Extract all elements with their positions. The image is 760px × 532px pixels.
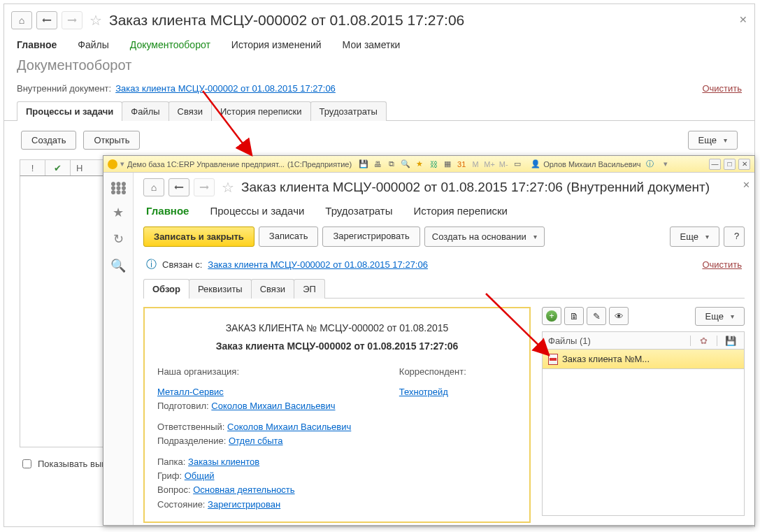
cal-icon[interactable]: 31 (455, 159, 468, 170)
back-button[interactable]: 🠔 (36, 11, 57, 29)
forward-button[interactable]: 🠖 (62, 11, 83, 29)
corr-label: Корреспондент: (399, 365, 517, 379)
register-button[interactable]: Зарегистрировать (322, 227, 420, 247)
app-logo-icon (108, 159, 117, 169)
left-strip: ●●●●●●●●● ★ ↻ 🔍 (103, 173, 134, 525)
vopros-link[interactable]: Основная деятельность (193, 484, 294, 495)
folder-link[interactable]: Заказы клиентов (188, 456, 259, 467)
info-icon[interactable]: ⓘ (644, 159, 657, 170)
show-done-checkbox[interactable] (22, 459, 31, 468)
create-on-button[interactable]: Создать на основании (424, 227, 545, 247)
save-close-button[interactable]: Записать и закрыть (143, 227, 254, 247)
panel-icon[interactable]: ▭ (511, 159, 524, 170)
files-column-header[interactable]: Файлы (1) (543, 336, 691, 346)
corr-link[interactable]: Технотрейд (399, 387, 448, 397)
maximize-button[interactable]: □ (724, 159, 736, 170)
add-file-button[interactable]: + (542, 307, 561, 325)
files-empty-area[interactable] (542, 369, 745, 516)
subtab-processes[interactable]: Процессы и задачи (17, 101, 122, 121)
tab-files[interactable]: Файлы (78, 39, 108, 50)
close-button[interactable]: ✕ (738, 159, 750, 170)
file-row[interactable]: Заказ клиента №М... (542, 350, 745, 369)
titlebar-user: Орлов Михаил Васильевич (543, 160, 640, 168)
subtab-labor[interactable]: Трудозатраты (310, 101, 387, 121)
calc-icon[interactable]: ▦ (441, 159, 454, 170)
internal-doc-link[interactable]: Заказ клиента МСЦУ-000002 от 01.08.2015 … (115, 83, 336, 94)
m-icon[interactable]: M (469, 159, 482, 170)
grif-link[interactable]: Общий (185, 470, 215, 481)
star-icon[interactable]: ★ (413, 159, 426, 170)
print-icon[interactable]: 🖶 (371, 159, 384, 170)
files-more-button[interactable]: Еще (695, 307, 745, 326)
tab3-ep[interactable]: ЭП (294, 279, 325, 299)
compare-icon[interactable]: ⧉ (385, 159, 398, 170)
close-icon[interactable]: ✕ (739, 14, 747, 25)
inner-back-button[interactable]: 🠔 (169, 178, 189, 196)
favorite-star-icon[interactable]: ☆ (89, 12, 102, 29)
inner-tab-processes[interactable]: Процессы и задачи (210, 205, 304, 217)
subtab-files[interactable]: Файлы (122, 101, 169, 121)
dropdown-icon[interactable]: ▾ (120, 159, 124, 168)
pdf-icon (548, 354, 558, 365)
grif-label: Гриф: (157, 470, 182, 481)
vopros-label: Вопрос: (157, 484, 191, 495)
open-button[interactable]: Открыть (83, 131, 140, 150)
new-file-button[interactable]: 🗎 (564, 307, 584, 325)
state-link[interactable]: Зарегистрирован (208, 499, 280, 510)
link-icon[interactable]: ⛓ (427, 159, 440, 170)
save-icon[interactable]: 💾 (357, 159, 370, 170)
dept-link[interactable]: Отдел сбыта (229, 436, 283, 446)
prepared-link[interactable]: Соколов Михаил Васильевич (211, 401, 335, 411)
create-button[interactable]: Создать (21, 131, 76, 150)
tab-history[interactable]: История изменений (231, 39, 322, 50)
files-col3-icon[interactable]: 💾 (717, 336, 744, 346)
file-name: Заказ клиента №М... (562, 354, 650, 364)
document-overview: ЗАКАЗ КЛИЕНТА № МСЦУ-000002 от 01.08.201… (143, 307, 531, 523)
tab-docflow[interactable]: Документооборот (130, 39, 210, 50)
view-file-button[interactable]: 👁 (609, 307, 629, 325)
info2-icon: ⓘ (146, 258, 157, 271)
titlebar-app: Демо база 1С:ERP Управление предприят... (127, 160, 285, 168)
titlebar[interactable]: ▾ Демо база 1С:ERP Управление предприят.… (103, 156, 754, 173)
inner-tab-main[interactable]: Главное (146, 205, 189, 217)
mplus-icon[interactable]: M+ (483, 159, 496, 170)
tab3-details[interactable]: Реквизиты (189, 279, 252, 299)
linked-label: Связан с: (162, 259, 202, 270)
subtab-links[interactable]: Связи (169, 101, 212, 121)
inner-tab-labor[interactable]: Трудозатраты (325, 205, 392, 217)
inner-star-icon[interactable]: ☆ (222, 179, 234, 196)
tab3-links[interactable]: Связи (251, 279, 294, 299)
edit-file-button[interactable]: ✎ (587, 307, 606, 325)
history-icon[interactable]: ↻ (113, 231, 124, 247)
search2-icon[interactable]: 🔍 (110, 258, 126, 273)
mminus-icon[interactable]: M- (497, 159, 510, 170)
resp-link[interactable]: Соколов Михаил Васильевич (227, 422, 351, 432)
inner-clear-link[interactable]: Очистить (702, 259, 742, 270)
help-button[interactable]: ? (724, 227, 745, 247)
inner-close-icon[interactable]: ✕ (743, 180, 750, 190)
minimize-button[interactable]: — (709, 159, 721, 170)
inner-home-button[interactable]: ⌂ (143, 178, 164, 196)
internal-doc-label: Внутренний документ: (17, 83, 111, 94)
inner-forward-button[interactable]: 🠖 (194, 178, 215, 196)
inner-more-button[interactable]: Еще (670, 227, 719, 247)
subtab-correspondence[interactable]: История переписки (211, 101, 311, 121)
more-button[interactable]: Еще (688, 131, 738, 150)
inner-window: ▾ Демо база 1С:ERP Управление предприят.… (103, 155, 755, 526)
linked-link[interactable]: Заказ клиента МСЦУ-000002 от 01.08.2015 … (208, 259, 428, 270)
save-button[interactable]: Записать (259, 227, 319, 247)
tab-main[interactable]: Главное (17, 39, 57, 50)
home-button[interactable]: ⌂ (11, 11, 32, 29)
dropdown2-icon[interactable]: ▾ (659, 159, 672, 170)
search-icon[interactable]: 🔍 (399, 159, 412, 170)
fav-icon[interactable]: ★ (113, 205, 124, 220)
inner-tab-corr[interactable]: История переписки (414, 205, 508, 217)
doc-heading: ЗАКАЗ КЛИЕНТА № МСЦУ-000002 от 01.08.201… (157, 321, 517, 336)
tab-notes[interactable]: Мои заметки (343, 39, 401, 50)
apps-icon[interactable]: ●●●●●●●●● (110, 181, 126, 194)
our-org-link[interactable]: Металл-Сервис (157, 387, 224, 397)
tab3-overview[interactable]: Обзор (143, 279, 189, 299)
clear-link[interactable]: Очистить (702, 83, 742, 94)
files-col2-icon[interactable]: ✿ (691, 336, 717, 346)
check-icon: ✔ (54, 163, 62, 173)
